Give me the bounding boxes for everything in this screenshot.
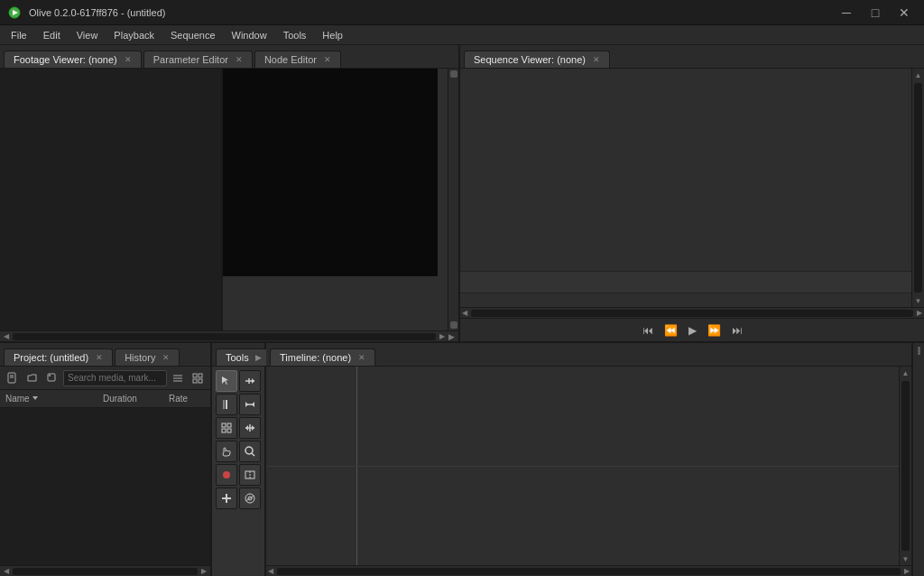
transport-go-start[interactable]: ⏮ — [639, 322, 657, 339]
open-item-button[interactable] — [23, 369, 42, 387]
sequence-viewer-close[interactable]: ✕ — [593, 55, 600, 64]
project-search-input[interactable] — [63, 370, 167, 386]
menu-file[interactable]: File — [4, 28, 34, 42]
tl-scroll-down[interactable]: ▼ — [900, 553, 911, 565]
node-v-scrollbar[interactable] — [448, 69, 458, 330]
parameter-editor-close[interactable]: ✕ — [236, 55, 243, 64]
tab-tools[interactable]: Tools ▶ — [216, 348, 272, 366]
list-view-button[interactable] — [169, 369, 187, 387]
tl-scroll-up[interactable]: ▲ — [900, 367, 911, 379]
bottom-row: Project: (untitled) ✕ History ✕ — [0, 343, 924, 576]
menu-tools[interactable]: Tools — [276, 28, 314, 42]
project-h-scrollbar[interactable]: ◀ ▶ — [0, 565, 210, 576]
pointer-tool-button[interactable] — [216, 370, 237, 392]
resize-dot-3 — [918, 352, 920, 355]
seq-h-scroll-right[interactable]: ▶ — [915, 309, 924, 317]
record-tool-button[interactable] — [216, 464, 237, 486]
tools-grid — [212, 367, 264, 513]
parameter-editor-label: Parameter Editor — [153, 54, 228, 65]
seq-h-scroll-track[interactable] — [471, 310, 913, 317]
left-panel-content — [0, 69, 458, 330]
tl-h-scroll-left[interactable]: ◀ — [266, 567, 275, 575]
tab-project[interactable]: Project: (untitled) ✕ — [4, 348, 113, 366]
roll-tool-button[interactable] — [239, 417, 261, 439]
footage-viewer-close[interactable]: ✕ — [125, 55, 132, 64]
zoom-tool-button[interactable] — [239, 441, 261, 462]
sort-icon — [32, 395, 39, 402]
proj-scroll-right[interactable]: ▶ — [199, 567, 208, 575]
transport-go-end[interactable]: ⏭ — [728, 322, 746, 339]
minimize-button[interactable]: ─ — [834, 4, 859, 22]
col-duration-header[interactable]: Duration — [103, 394, 162, 404]
transport-rewind[interactable]: ⏪ — [661, 322, 681, 339]
tools-expand-icon[interactable]: ▶ — [255, 353, 262, 362]
node-editor-label: Node Editor — [264, 54, 317, 65]
seq-scrub-bar[interactable] — [460, 271, 911, 293]
seq-scroll-up[interactable]: ▲ — [912, 69, 924, 81]
tab-parameter-editor[interactable]: Parameter Editor ✕ — [143, 51, 253, 68]
add-tool-button[interactable] — [216, 488, 237, 509]
tab-node-editor[interactable]: Node Editor ✕ — [254, 51, 341, 68]
multi-tool-button[interactable] — [216, 417, 237, 439]
edit-tool-button[interactable] — [216, 394, 237, 415]
seq-resize-panel[interactable] — [911, 343, 924, 576]
tl-h-scroll-right[interactable]: ▶ — [902, 567, 911, 575]
menu-view[interactable]: View — [69, 28, 106, 42]
slide-tool-button[interactable] — [239, 394, 261, 415]
tab-timeline[interactable]: Timeline: (none) ✕ — [270, 348, 375, 366]
audio-tool-button[interactable] — [239, 488, 261, 509]
menu-playback[interactable]: Playback — [106, 28, 162, 42]
history-tab-close[interactable]: ✕ — [162, 353, 170, 362]
seq-h-scroll-left[interactable]: ◀ — [460, 309, 469, 317]
tab-history[interactable]: History ✕ — [115, 348, 180, 366]
close-button[interactable]: ✕ — [892, 4, 917, 22]
proj-scroll-track[interactable] — [13, 568, 198, 575]
transport-fast-forward[interactable]: ⏩ — [704, 322, 725, 339]
tools-panel: Tools ▶ — [212, 343, 266, 576]
menu-sequence[interactable]: Sequence — [163, 28, 223, 42]
maximize-button[interactable]: □ — [863, 4, 888, 22]
menu-help[interactable]: Help — [315, 28, 350, 42]
left-panel-h-scrollbar[interactable]: ◀ ▶ ▶ — [0, 330, 458, 341]
slide-icon — [244, 398, 256, 411]
scroll-end-arrow[interactable]: ▶ — [447, 332, 457, 341]
proj-scroll-left[interactable]: ◀ — [2, 567, 11, 575]
menu-edit[interactable]: Edit — [36, 28, 68, 42]
grid-view-button[interactable] — [189, 369, 207, 387]
svg-rect-25 — [227, 423, 231, 427]
col-rate-header[interactable]: Rate — [169, 394, 205, 404]
import-button[interactable] — [43, 369, 61, 387]
left-scroll-track[interactable] — [13, 333, 436, 340]
timeline-v-scrollbar[interactable]: ▲ ▼ — [899, 367, 911, 565]
seq-h-scrollbar[interactable]: ◀ ▶ — [460, 307, 924, 318]
import-icon — [46, 372, 59, 385]
timeline-panel: Timeline: (none) ✕ ▲ ▼ — [266, 343, 911, 576]
scroll-right-arrow[interactable]: ▶ — [438, 332, 447, 340]
multi-icon — [220, 422, 233, 434]
seq-scroll-track[interactable] — [914, 83, 922, 293]
seq-scroll-down[interactable]: ▼ — [912, 294, 924, 307]
tl-h-scroll-track[interactable] — [277, 568, 901, 575]
scroll-left-arrow[interactable]: ◀ — [2, 332, 11, 340]
svg-rect-11 — [199, 374, 202, 377]
timeline-tab-close[interactable]: ✕ — [358, 353, 365, 362]
node-editor-close[interactable]: ✕ — [324, 55, 331, 64]
project-tab-label: Project: (untitled) — [14, 352, 88, 363]
tl-scroll-track[interactable] — [901, 381, 910, 551]
transport-play[interactable]: ▶ — [685, 322, 700, 339]
ripple-tool-button[interactable] — [239, 370, 261, 392]
edit-icon — [220, 398, 233, 411]
seq-v-scrollbar[interactable]: ▲ ▼ — [911, 69, 924, 307]
project-panel: Project: (untitled) ✕ History ✕ — [0, 343, 212, 576]
hand-tool-button[interactable] — [216, 441, 237, 462]
tab-footage-viewer[interactable]: Footage Viewer: (none) ✕ — [4, 51, 142, 68]
col-name-header[interactable]: Name — [5, 394, 96, 404]
new-item-button[interactable] — [4, 369, 22, 387]
tab-sequence-viewer[interactable]: Sequence Viewer: (none) ✕ — [464, 51, 610, 68]
menu-window[interactable]: Window — [225, 28, 274, 42]
sequence-viewer-wrapper: ▲ ▼ — [460, 69, 924, 307]
project-tab-close[interactable]: ✕ — [96, 353, 103, 362]
title-bar-controls: ─ □ ✕ — [834, 4, 917, 22]
timeline-h-scrollbar[interactable]: ◀ ▶ — [266, 565, 911, 576]
transition-tool-button[interactable] — [239, 464, 261, 486]
